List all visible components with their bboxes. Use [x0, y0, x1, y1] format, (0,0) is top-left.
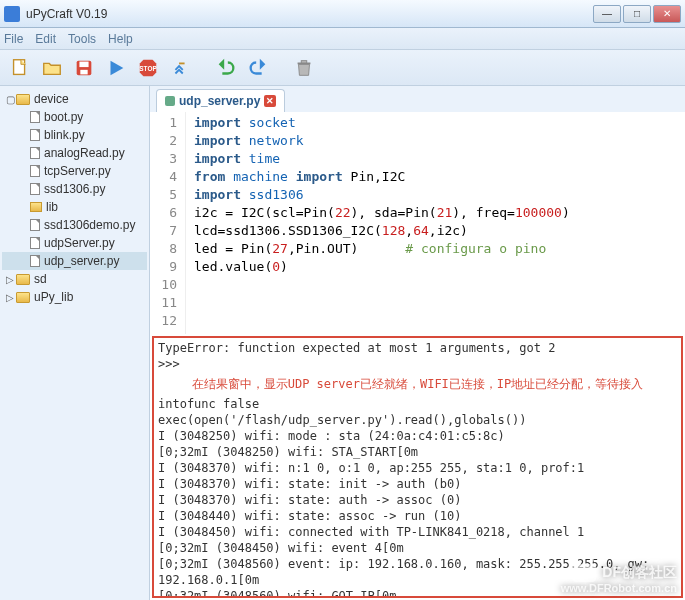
main-area: udp_server.py ✕ 1234567891011121314 impo…	[150, 86, 685, 600]
tree-upylib[interactable]: ▷uPy_lib	[2, 288, 147, 306]
console-line: TypeError: function expected at most 1 a…	[158, 340, 677, 356]
tab-close-icon[interactable]: ✕	[264, 95, 276, 107]
download-run-button[interactable]	[102, 54, 130, 82]
line-gutter: 1234567891011121314	[150, 112, 186, 334]
code-editor[interactable]: 1234567891011121314 import socketimport …	[150, 112, 685, 334]
app-icon	[4, 6, 20, 22]
console-annotation: 在结果窗中，显示UDP server已经就绪，WIFI已连接，IP地址已经分配，…	[158, 372, 677, 396]
svg-text:STOP: STOP	[139, 64, 157, 71]
file-icon	[30, 147, 40, 159]
tree-file-selected[interactable]: udp_server.py	[2, 252, 147, 270]
file-icon	[30, 111, 40, 123]
folder-icon	[16, 292, 30, 303]
console-line: [0;32mI (3048450) wifi: event 4[0m	[158, 540, 677, 556]
menu-file[interactable]: File	[4, 32, 23, 46]
file-icon	[30, 165, 40, 177]
workspace: ▢device boot.py blink.py analogRead.py t…	[0, 86, 685, 600]
file-icon	[30, 183, 40, 195]
svg-rect-3	[80, 69, 87, 74]
tab-label: udp_server.py	[179, 94, 260, 108]
file-icon	[30, 255, 40, 267]
connect-button[interactable]	[166, 54, 194, 82]
tree-file[interactable]: tcpServer.py	[2, 162, 147, 180]
close-button[interactable]: ✕	[653, 5, 681, 23]
menubar: File Edit Tools Help	[0, 28, 685, 50]
titlebar: uPyCraft V0.19 — □ ✕	[0, 0, 685, 28]
console-panel[interactable]: TypeError: function expected at most 1 a…	[152, 336, 683, 598]
console-line: I (3048370) wifi: n:1 0, o:1 0, ap:255 2…	[158, 460, 677, 476]
console-line: [0;32mI (3048560) wifi: GOT_IP[0m	[158, 588, 677, 598]
tree-file[interactable]: boot.py	[2, 108, 147, 126]
console-line: [0;32mI (3048250) wifi: STA_START[0m	[158, 444, 677, 460]
tree-file[interactable]: blink.py	[2, 126, 147, 144]
folder-icon	[30, 202, 42, 212]
tree-file[interactable]: ssd1306.py	[2, 180, 147, 198]
window-title: uPyCraft V0.19	[26, 7, 593, 21]
tabbar: udp_server.py ✕	[150, 86, 685, 112]
new-file-button[interactable]	[6, 54, 34, 82]
file-icon	[30, 219, 40, 231]
file-tree: ▢device boot.py blink.py analogRead.py t…	[0, 86, 150, 600]
menu-edit[interactable]: Edit	[35, 32, 56, 46]
console-line: I (3048370) wifi: state: auth -> assoc (…	[158, 492, 677, 508]
menu-tools[interactable]: Tools	[68, 32, 96, 46]
menu-help[interactable]: Help	[108, 32, 133, 46]
console-prompt: >>>	[158, 356, 677, 372]
console-line: exec(open('/flash/udp_server.py').read()…	[158, 412, 677, 428]
open-file-button[interactable]	[38, 54, 66, 82]
tree-sd[interactable]: ▷sd	[2, 270, 147, 288]
tree-file[interactable]: analogRead.py	[2, 144, 147, 162]
clear-button[interactable]	[290, 54, 318, 82]
undo-button[interactable]	[212, 54, 240, 82]
save-button[interactable]	[70, 54, 98, 82]
toolbar: STOP	[0, 50, 685, 86]
tab-active[interactable]: udp_server.py ✕	[156, 89, 285, 112]
console-line: I (3048440) wifi: state: assoc -> run (1…	[158, 508, 677, 524]
window-controls: — □ ✕	[593, 5, 681, 23]
tree-file[interactable]: udpServer.py	[2, 234, 147, 252]
tree-lib[interactable]: lib	[2, 198, 147, 216]
console-line: I (3048250) wifi: mode : sta (24:0a:c4:0…	[158, 428, 677, 444]
maximize-button[interactable]: □	[623, 5, 651, 23]
console-line: I (3048370) wifi: state: init -> auth (b…	[158, 476, 677, 492]
console-line: I (3048450) wifi: connected with TP-LINK…	[158, 524, 677, 540]
minimize-button[interactable]: —	[593, 5, 621, 23]
file-icon	[30, 129, 40, 141]
tree-file[interactable]: ssd1306demo.py	[2, 216, 147, 234]
stop-button[interactable]: STOP	[134, 54, 162, 82]
redo-button[interactable]	[244, 54, 272, 82]
tree-device[interactable]: ▢device	[2, 90, 147, 108]
console-line: [0;32mI (3048560) event: ip: 192.168.0.1…	[158, 556, 677, 588]
folder-icon	[16, 94, 30, 105]
code-area[interactable]: import socketimport networkimport timefr…	[186, 112, 578, 334]
folder-icon	[16, 274, 30, 285]
file-icon	[30, 237, 40, 249]
modified-indicator	[165, 96, 175, 106]
svg-rect-2	[79, 61, 88, 67]
console-line: intofunc false	[158, 396, 677, 412]
